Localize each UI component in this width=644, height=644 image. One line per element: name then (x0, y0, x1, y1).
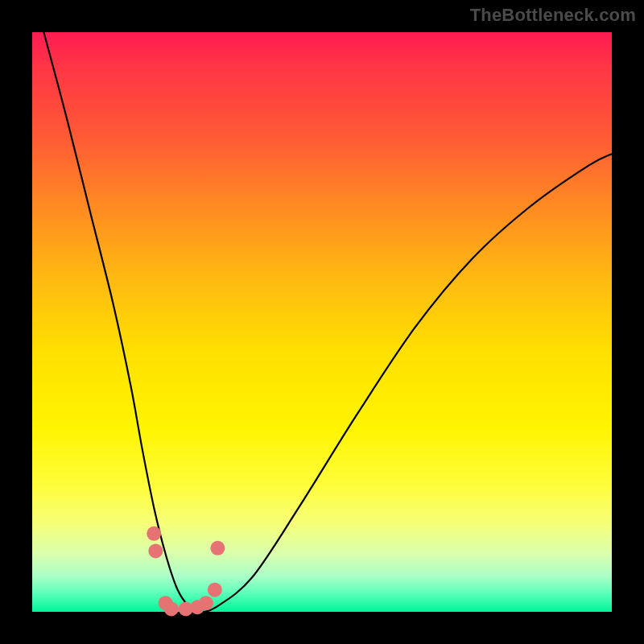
scatter-dot (148, 543, 163, 558)
bottleneck-curve (43, 32, 612, 612)
chart-frame: TheBottleneck.com (0, 0, 644, 644)
scatter-dot (208, 583, 222, 597)
scatter-dot (147, 526, 161, 541)
scatter-dot (164, 601, 179, 616)
scatter-dot (199, 596, 213, 610)
chart-svg (32, 32, 612, 612)
curve-layer (43, 32, 612, 612)
scatter-layer (147, 526, 225, 617)
watermark-text: TheBottleneck.com (470, 5, 636, 26)
scatter-dot (210, 541, 225, 555)
